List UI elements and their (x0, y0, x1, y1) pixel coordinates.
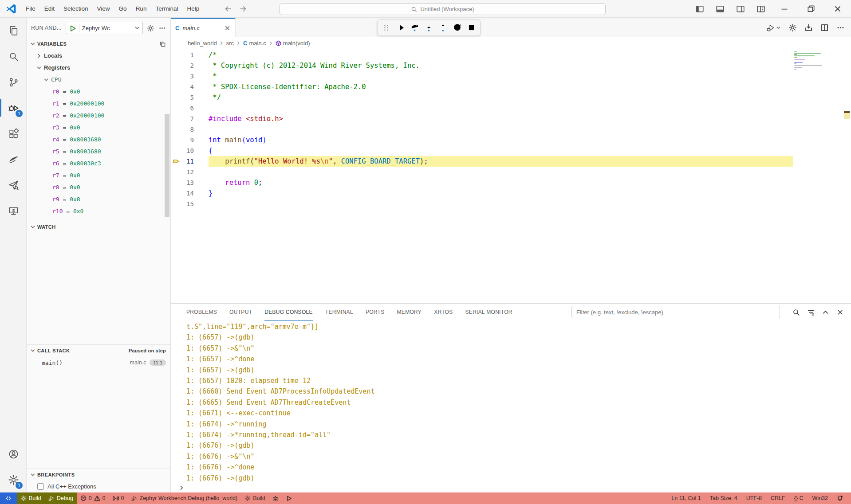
status-remote[interactable] (0, 492, 17, 504)
status-build-task[interactable]: Build (241, 492, 269, 504)
activitybar-item-run-and-debug[interactable]: 1 (0, 95, 27, 121)
code-line-7[interactable]: 7#include <stdio.h> (171, 113, 851, 124)
code-line-9[interactable]: 9int main(void) (171, 135, 851, 145)
panel-tab-output[interactable]: OUTPUT (229, 304, 252, 320)
panel-tab-problems[interactable]: PROBLEMS (186, 304, 217, 320)
call-stack-header[interactable]: CALL STACK Paused on step (27, 345, 170, 356)
exception-checkbox[interactable] (37, 483, 44, 490)
menu-run[interactable]: Run (131, 3, 151, 14)
watch-header[interactable]: WATCH (27, 221, 170, 233)
menu-file[interactable]: File (21, 3, 40, 14)
close-window-icon[interactable] (833, 4, 842, 13)
open-settings-button[interactable] (788, 23, 797, 32)
status-cursor-position[interactable]: Ln 11, Col 1 (667, 492, 705, 504)
variables-locals[interactable]: Locals (27, 50, 170, 62)
code-line-8[interactable]: 8 (171, 124, 851, 135)
status-debug[interactable]: Debug (45, 492, 77, 504)
start-debug-icon[interactable] (69, 24, 76, 32)
register-r10[interactable]: r10 = 0x0 (27, 205, 170, 217)
menu-go[interactable]: Go (114, 3, 131, 14)
sidebar-scrollbar[interactable] (165, 114, 169, 217)
code-line-2[interactable]: 2 * Copyright (c) 2012-2014 Wind River S… (171, 60, 851, 71)
minimize-icon[interactable] (780, 4, 789, 13)
launch-config-select[interactable]: Zephyr Wc (66, 22, 143, 34)
split-editor-button[interactable] (820, 23, 829, 32)
status-indentation[interactable]: Tab Size: 4 (705, 492, 742, 504)
register-r3[interactable]: r3 = 0x0 (27, 121, 170, 133)
variables-header[interactable]: VARIABLES (27, 38, 170, 50)
more-actions-button[interactable] (836, 23, 845, 32)
toggle-panel-icon[interactable] (716, 4, 725, 13)
debug-console-input[interactable] (171, 483, 851, 492)
register-r7[interactable]: r7 = 0x0 (27, 169, 170, 181)
activitybar-item-search[interactable] (0, 43, 27, 69)
debug-step-into-button[interactable] (424, 23, 433, 32)
debug-step-over-button[interactable] (410, 23, 419, 32)
command-center-search[interactable]: Untitled (Workspace) (280, 3, 606, 15)
status-debug-session[interactable]: Zephyr Workbench Debug (hello_world) (128, 492, 241, 504)
register-r5[interactable]: r5 = 0x8003680 (27, 145, 170, 157)
back-arrow-icon[interactable] (224, 5, 232, 13)
minimap[interactable] (794, 51, 826, 71)
toggle-primary-sidebar-icon[interactable] (695, 4, 704, 13)
debug-drag-button[interactable] (382, 23, 391, 32)
status-notifications[interactable] (832, 492, 847, 504)
code-line-11[interactable]: 11 printf("Hello World! %s\n", CONFIG_BO… (171, 156, 851, 167)
register-r8[interactable]: r8 = 0x0 (27, 181, 170, 193)
register-r1[interactable]: r1 = 0x20000100 (27, 98, 170, 109)
code-line-14[interactable]: 14} (171, 188, 851, 199)
run-or-debug-button[interactable] (767, 23, 781, 32)
more-icon[interactable] (158, 24, 166, 32)
breadcrumb-main-c[interactable]: Cmain.c (243, 40, 266, 47)
status-bug-tool[interactable] (269, 492, 282, 504)
breadcrumb-src[interactable]: src (226, 40, 234, 47)
code-editor[interactable]: 1/*2 * Copyright (c) 2012-2014 Wind Rive… (171, 49, 851, 303)
register-r4[interactable]: r4 = 0x8003680 (27, 133, 170, 145)
forward-arrow-icon[interactable] (239, 5, 247, 13)
panel-tab-memory[interactable]: MEMORY (397, 304, 422, 320)
status-run-tool[interactable] (282, 492, 295, 504)
breadcrumb-hello-world[interactable]: hello_world (188, 40, 217, 47)
activitybar-item-settings[interactable]: 1 (0, 467, 27, 492)
menu-view[interactable]: View (93, 3, 114, 14)
panel-tab-ports[interactable]: PORTS (366, 304, 385, 320)
tab-main-c[interactable]: C main.c (171, 18, 236, 37)
panel-tab-serial-monitor[interactable]: SERIAL MONITOR (465, 304, 512, 320)
panel-tab-debug-console[interactable]: DEBUG CONSOLE (264, 304, 313, 320)
install-button[interactable] (804, 23, 813, 32)
panel-tab-terminal[interactable]: TERMINAL (325, 304, 353, 320)
toggle-secondary-sidebar-icon[interactable] (736, 4, 745, 13)
activitybar-item-zephyr-ide[interactable] (0, 146, 27, 172)
stack-frame[interactable]: main() main.c 11:1 (27, 356, 170, 369)
code-line-10[interactable]: 10{ (171, 145, 851, 156)
status-ports[interactable]: 0 (109, 492, 128, 504)
code-line-13[interactable]: 13 return 0; (171, 177, 851, 188)
debug-continue-button[interactable] (396, 23, 405, 32)
restore-icon[interactable] (807, 4, 816, 13)
code-line-15[interactable]: 15 (171, 199, 851, 209)
maximize-panel-icon[interactable] (822, 309, 829, 316)
breadcrumb-main-void-[interactable]: main(void) (276, 40, 310, 47)
register-r9[interactable]: r9 = 0x8 (27, 193, 170, 205)
debug-stop-button[interactable] (467, 23, 476, 32)
copy-icon[interactable] (159, 41, 166, 47)
status-platform[interactable]: Win32 (808, 492, 832, 504)
variables-registers[interactable]: Registers (27, 62, 170, 74)
code-line-5[interactable]: 5 */ (171, 92, 851, 103)
status-problems[interactable]: 00 (77, 492, 109, 504)
menu-selection[interactable]: Selection (59, 3, 93, 14)
variables-cpu[interactable]: CPU (27, 74, 170, 86)
customize-layout-icon[interactable] (756, 4, 765, 13)
activitybar-item-serial-monitor[interactable]: S (0, 198, 27, 223)
debug-step-out-button[interactable] (438, 23, 448, 32)
console-filter-input[interactable] (571, 306, 780, 318)
status-build[interactable]: Build (17, 492, 45, 504)
status-language-mode[interactable]: {} C (790, 492, 808, 504)
find-icon[interactable] (792, 309, 800, 316)
breakpoints-header[interactable]: BREAKPOINTS (27, 469, 170, 481)
clear-console-icon[interactable] (807, 309, 815, 316)
activitybar-item-accounts[interactable] (0, 441, 27, 467)
gear-icon[interactable] (147, 24, 154, 32)
code-line-6[interactable]: 6 (171, 103, 851, 113)
menu-help[interactable]: Help (182, 3, 204, 14)
